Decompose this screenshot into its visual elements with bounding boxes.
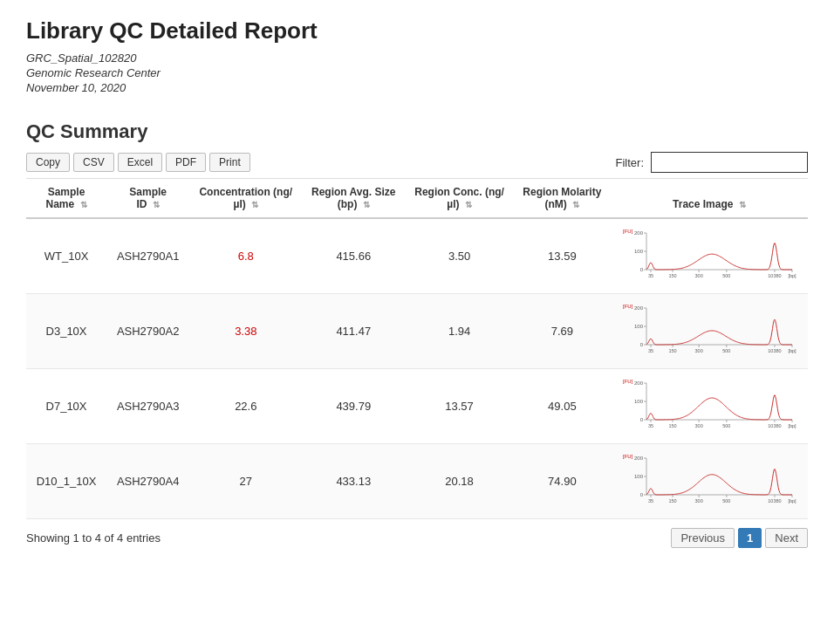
svg-text:[bp]: [bp] [788, 348, 796, 353]
filter-input[interactable] [651, 152, 808, 173]
svg-text:200: 200 [634, 305, 644, 311]
sort-icon-sample-id: ⇅ [153, 200, 160, 209]
cell-region_molarity: 49.05 [514, 369, 611, 444]
svg-text:500: 500 [722, 273, 730, 278]
col-header-sample-id[interactable]: SampleID ⇅ [106, 179, 189, 219]
svg-text:500: 500 [722, 423, 730, 428]
svg-text:300: 300 [694, 273, 702, 278]
sort-icon-region-molarity: ⇅ [572, 200, 579, 209]
fu-label: [FU] [623, 229, 633, 234]
svg-text:300: 300 [694, 423, 702, 428]
col-header-trace-image[interactable]: Trace Image ⇅ [611, 179, 808, 219]
sort-icon-region-conc: ⇅ [465, 200, 472, 209]
table-header-row: SampleName ⇅ SampleID ⇅ Concentration (n… [26, 179, 808, 219]
cell-trace-image: [FU]01002003515030050010380[bp] [611, 369, 808, 444]
table-footer: Showing 1 to 4 of 4 entries Previous 1 N… [26, 528, 808, 548]
pdf-button[interactable]: PDF [166, 153, 206, 172]
col-header-concentration[interactable]: Concentration (ng/µl) ⇅ [189, 179, 302, 219]
fu-label: [FU] [623, 304, 633, 309]
cell-region_molarity: 74.90 [514, 444, 611, 519]
print-button[interactable]: Print [209, 153, 250, 172]
svg-text:100: 100 [634, 324, 644, 329]
cell-region_avg_size: 415.66 [302, 218, 405, 294]
svg-text:150: 150 [668, 498, 676, 504]
fu-label: [FU] [623, 379, 633, 384]
svg-text:150: 150 [668, 348, 676, 353]
cell-sample_id: ASH2790A4 [106, 444, 189, 519]
cell-concentration: 22.6 [189, 369, 302, 444]
cell-sample_name: D3_10X [26, 294, 106, 369]
report-date: November 10, 2020 [26, 81, 808, 94]
col-header-sample-name[interactable]: SampleName ⇅ [26, 179, 106, 219]
svg-text:35: 35 [648, 498, 653, 504]
institution-name: Genomic Research Center [26, 66, 808, 79]
svg-text:[bp]: [bp] [788, 498, 796, 504]
col-header-region-molarity[interactable]: Region Molarity(nM) ⇅ [514, 179, 611, 219]
qc-table: SampleName ⇅ SampleID ⇅ Concentration (n… [26, 178, 808, 519]
filter-label: Filter: [616, 156, 645, 169]
svg-text:35: 35 [648, 273, 653, 278]
svg-text:150: 150 [668, 423, 676, 428]
cell-region_conc: 20.18 [405, 444, 514, 519]
cell-sample_name: WT_10X [26, 218, 106, 294]
svg-text:0: 0 [640, 492, 644, 497]
sort-icon-trace-image: ⇅ [739, 200, 746, 209]
sort-icon-region-avg-size: ⇅ [363, 200, 370, 209]
svg-text:100: 100 [634, 249, 644, 254]
col-header-region-conc[interactable]: Region Conc. (ng/µl) ⇅ [405, 179, 514, 219]
svg-text:0: 0 [640, 267, 644, 272]
svg-text:150: 150 [668, 273, 676, 278]
col-header-region-avg-size[interactable]: Region Avg. Size(bp) ⇅ [302, 179, 405, 219]
cell-region_molarity: 7.69 [514, 294, 611, 369]
qc-summary-title: QC Summary [26, 120, 808, 143]
cell-sample_id: ASH2790A2 [106, 294, 189, 369]
excel-button[interactable]: Excel [118, 153, 162, 172]
svg-text:10380: 10380 [768, 273, 781, 278]
cell-region_avg_size: 439.79 [302, 369, 405, 444]
svg-text:35: 35 [648, 348, 653, 353]
svg-text:200: 200 [634, 230, 644, 236]
cell-trace-image: [FU]01002003515030050010380[bp] [611, 218, 808, 294]
export-buttons: Copy CSV Excel PDF Print [26, 153, 250, 172]
table-body: WT_10XASH2790A16.8415.663.5013.59[FU]010… [26, 218, 808, 519]
svg-text:200: 200 [634, 456, 644, 461]
svg-text:500: 500 [722, 498, 730, 504]
copy-button[interactable]: Copy [26, 153, 70, 172]
svg-text:100: 100 [634, 474, 644, 479]
trace-svg: [FU]01002003515030050010380[bp] [622, 299, 796, 360]
fu-label: [FU] [623, 454, 633, 459]
svg-text:10380: 10380 [768, 348, 781, 353]
sort-icon-concentration: ⇅ [251, 200, 258, 209]
project-name: GRC_Spatial_102820 [26, 51, 808, 65]
current-page[interactable]: 1 [738, 528, 762, 548]
csv-button[interactable]: CSV [73, 153, 114, 172]
trace-svg: [FU]01002003515030050010380[bp] [622, 374, 796, 435]
cell-region_conc: 3.50 [405, 218, 514, 294]
table-toolbar: Copy CSV Excel PDF Print Filter: [26, 152, 808, 173]
svg-text:200: 200 [634, 380, 644, 386]
trace-svg: [FU]01002003515030050010380[bp] [622, 224, 796, 285]
cell-concentration: 3.38 [189, 294, 302, 369]
svg-text:500: 500 [722, 348, 730, 353]
cell-region_avg_size: 433.13 [302, 444, 405, 519]
svg-text:35: 35 [648, 423, 653, 428]
cell-region_molarity: 13.59 [514, 218, 611, 294]
cell-sample_id: ASH2790A1 [106, 218, 189, 294]
svg-text:10380: 10380 [768, 498, 781, 504]
table-row: WT_10XASH2790A16.8415.663.5013.59[FU]010… [26, 218, 808, 294]
svg-text:[bp]: [bp] [788, 423, 796, 428]
svg-text:300: 300 [694, 348, 702, 353]
cell-concentration: 27 [189, 444, 302, 519]
cell-sample_id: ASH2790A3 [106, 369, 189, 444]
next-button[interactable]: Next [765, 528, 808, 548]
filter-section: Filter: [616, 152, 809, 173]
pagination: Previous 1 Next [671, 528, 808, 548]
svg-text:100: 100 [634, 399, 644, 404]
table-row: D10_1_10XASH2790A427433.1320.1874.90[FU]… [26, 444, 808, 519]
cell-region_conc: 13.57 [405, 369, 514, 444]
trace-svg: [FU]01002003515030050010380[bp] [622, 449, 796, 510]
cell-region_conc: 1.94 [405, 294, 514, 369]
previous-button[interactable]: Previous [671, 528, 735, 548]
svg-text:0: 0 [640, 342, 644, 347]
cell-trace-image: [FU]01002003515030050010380[bp] [611, 444, 808, 519]
